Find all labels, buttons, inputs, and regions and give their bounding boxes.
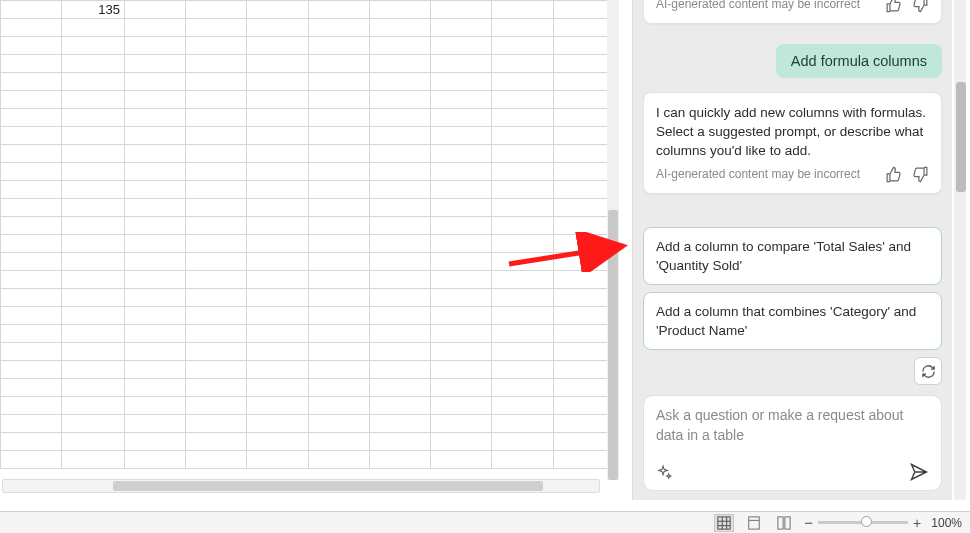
suggestion-chip-compare[interactable]: Add a column to compare 'Total Sales' an… bbox=[643, 227, 942, 285]
thumbs-up-icon[interactable] bbox=[885, 166, 902, 183]
panel-vertical-scrollbar[interactable] bbox=[954, 0, 966, 500]
copilot-input-box[interactable]: Ask a question or make a request about d… bbox=[643, 395, 942, 491]
scrollbar-thumb[interactable] bbox=[956, 82, 966, 192]
scrollbar-thumb[interactable] bbox=[113, 481, 543, 491]
user-message: Add formula columns bbox=[776, 44, 942, 78]
page-layout-icon bbox=[747, 516, 761, 530]
ai-disclaimer: AI-generated content may be incorrect bbox=[656, 166, 860, 183]
spreadsheet-grid[interactable]: 135 bbox=[0, 0, 615, 469]
svg-rect-1 bbox=[718, 516, 730, 528]
assistant-message: I can quickly add new columns with formu… bbox=[643, 92, 942, 194]
sheet-vertical-scrollbar[interactable] bbox=[607, 0, 619, 480]
zoom-in-button[interactable]: + bbox=[913, 515, 921, 531]
view-page-break-button[interactable] bbox=[774, 514, 794, 532]
scrollbar-thumb[interactable] bbox=[608, 210, 618, 480]
view-normal-button[interactable] bbox=[714, 514, 734, 532]
suggestion-chip-combine[interactable]: Add a column that combines 'Category' an… bbox=[643, 292, 942, 350]
spreadsheet-area: 135 bbox=[0, 0, 615, 508]
svg-rect-8 bbox=[778, 516, 783, 528]
send-icon[interactable] bbox=[909, 462, 929, 482]
page-break-icon bbox=[777, 516, 791, 530]
zoom-thumb[interactable] bbox=[861, 516, 872, 527]
view-page-layout-button[interactable] bbox=[744, 514, 764, 532]
grid-view-icon bbox=[717, 516, 731, 530]
sparkle-icon[interactable] bbox=[656, 464, 673, 481]
thumbs-down-icon[interactable] bbox=[912, 166, 929, 183]
refresh-suggestions-button[interactable] bbox=[914, 357, 942, 385]
svg-rect-9 bbox=[785, 516, 790, 528]
assistant-message-partial: AI-generated content may be incorrect bbox=[643, 0, 942, 24]
status-bar: − + 100% bbox=[0, 511, 970, 533]
sheet-horizontal-scrollbar[interactable] bbox=[2, 479, 600, 493]
thumbs-down-icon[interactable] bbox=[912, 0, 929, 13]
copilot-input-placeholder: Ask a question or make a request about d… bbox=[656, 406, 929, 448]
zoom-slider[interactable]: − + bbox=[804, 514, 921, 531]
assistant-message-text: I can quickly add new columns with formu… bbox=[656, 103, 929, 160]
svg-rect-6 bbox=[749, 516, 760, 528]
ai-disclaimer: AI-generated content may be incorrect bbox=[656, 0, 860, 13]
cell-value[interactable]: 135 bbox=[62, 1, 125, 19]
zoom-track[interactable] bbox=[818, 521, 908, 524]
copilot-panel: AI-generated content may be incorrect Ad… bbox=[632, 0, 952, 500]
thumbs-up-icon[interactable] bbox=[885, 0, 902, 13]
zoom-out-button[interactable]: − bbox=[804, 514, 813, 531]
zoom-level-label[interactable]: 100% bbox=[931, 516, 962, 530]
refresh-icon bbox=[921, 364, 936, 379]
